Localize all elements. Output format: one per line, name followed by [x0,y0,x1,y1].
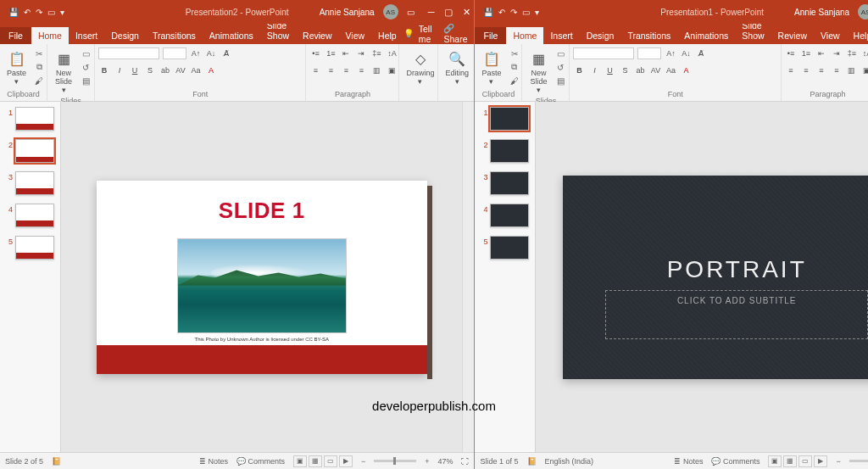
underline-button[interactable]: U [604,64,615,76]
avatar[interactable]: AS [858,4,868,20]
align-left-button[interactable]: ≡ [309,64,321,76]
tab-animations[interactable]: Animations [677,27,735,44]
paste-button[interactable]: 📋 Paste▾ [478,47,504,88]
share-button[interactable]: 🔗 Share [443,23,467,44]
comments-button[interactable]: 💬 Comments [236,457,285,466]
zoom-out-button[interactable]: − [361,457,365,466]
slide-thumbnail-3[interactable] [15,171,54,195]
tab-design[interactable]: Design [104,27,146,44]
tab-design[interactable]: Design [580,27,621,44]
undo-icon[interactable]: ↶ [24,8,31,17]
slideshow-view-button[interactable]: ▶ [339,455,353,467]
tab-home[interactable]: Home [31,27,69,44]
copy-icon[interactable]: ⧉ [509,61,520,73]
normal-view-button[interactable]: ▣ [768,455,782,467]
tab-insert[interactable]: Insert [69,27,104,44]
close-button[interactable]: ✕ [463,7,470,18]
slide-thumbnail-3[interactable] [490,171,529,195]
text-direction-button[interactable]: ↕A [861,47,868,59]
minimize-button[interactable]: ─ [428,7,435,18]
start-from-beginning-icon[interactable]: ▭ [47,8,55,17]
section-icon[interactable]: ▤ [554,75,566,87]
subtitle-placeholder[interactable]: CLICK TO ADD SUBTITLE [605,290,868,339]
indent-inc-button[interactable]: ⇥ [831,47,843,59]
slide-thumbnail-1[interactable] [490,107,529,131]
zoom-slider[interactable] [849,460,868,462]
strike-button[interactable]: S [144,64,156,76]
layout-icon[interactable]: ▭ [80,47,92,59]
slide-canvas[interactable]: SLIDE 1 This Photo by Unknown Author is … [97,181,427,374]
cut-icon[interactable]: ✂ [33,47,45,59]
editing-button[interactable]: 🔍 Editing▾ [442,47,472,88]
indent-inc-button[interactable]: ⇥ [355,47,367,59]
increase-font-icon[interactable]: A↑ [190,47,202,59]
bullets-button[interactable]: •≡ [785,47,797,59]
increase-font-icon[interactable]: A↑ [665,47,676,59]
slide-thumbnail-panel[interactable]: 12345 [0,102,61,452]
indent-dec-button[interactable]: ⇤ [340,47,352,59]
user-name[interactable]: Annie Sanjana [320,8,375,17]
paste-button[interactable]: 📋 Paste▾ [3,47,30,88]
decrease-font-icon[interactable]: A↓ [680,47,692,59]
slide-image[interactable] [177,238,347,333]
notes-button[interactable]: ≣ Notes [674,457,703,466]
restore-button[interactable]: ▢ [444,7,453,18]
comments-button[interactable]: 💬 Comments [711,457,760,466]
tab-insert[interactable]: Insert [543,27,579,44]
text-direction-button[interactable]: ↕A [386,47,398,59]
slide-thumbnail-4[interactable] [490,204,529,227]
align-left-button[interactable]: ≡ [785,64,797,76]
slide-counter[interactable]: Slide 2 of 5 [5,457,43,466]
justify-button[interactable]: ≡ [831,64,843,76]
slide-thumbnail-2[interactable] [15,139,54,163]
slide-canvas[interactable]: PORTRAIT CLICK TO ADD SUBTITLE [563,176,868,379]
columns-button[interactable]: ▥ [846,64,858,76]
tab-file[interactable]: File [0,27,31,44]
user-name[interactable]: Annie Sanjana [794,8,849,17]
slide-thumbnail-panel[interactable]: 12345 [475,102,536,452]
zoom-slider[interactable] [374,460,416,462]
font-size-combo[interactable] [637,47,661,59]
portrait-title[interactable]: PORTRAIT [563,256,868,283]
tab-file[interactable]: File [475,27,506,44]
font-family-combo[interactable] [573,47,634,59]
qat-dropdown-icon[interactable]: ▾ [60,8,64,17]
slide-title[interactable]: SLIDE 1 [97,198,427,224]
undo-icon[interactable]: ↶ [498,8,505,17]
drawing-button[interactable]: ◇ Drawing▾ [403,47,437,88]
copy-icon[interactable]: ⧉ [33,61,45,73]
sorter-view-button[interactable]: ▦ [783,455,797,467]
font-color-button[interactable]: A [680,64,692,76]
clear-format-icon[interactable]: A̸ [220,47,232,59]
start-from-beginning-icon[interactable]: ▭ [522,8,530,17]
slide-editor[interactable]: SLIDE 1 This Photo by Unknown Author is … [61,102,462,452]
justify-button[interactable]: ≡ [355,64,367,76]
slide-thumbnail-2[interactable] [490,139,529,163]
new-slide-button[interactable]: ▦ NewSlide ▾ [51,47,76,97]
reset-icon[interactable]: ↺ [554,61,566,73]
tab-home[interactable]: Home [506,27,543,44]
format-painter-icon[interactable]: 🖌 [509,75,520,87]
vertical-scrollbar[interactable] [462,102,474,452]
tab-view[interactable]: View [814,27,847,44]
avatar[interactable]: AS [383,4,398,20]
font-size-combo[interactable] [163,47,186,59]
shadow-button[interactable]: ab [159,64,171,76]
align-center-button[interactable]: ≡ [800,64,812,76]
reading-view-button[interactable]: ▭ [798,455,812,467]
notes-button[interactable]: ≣ Notes [199,457,228,466]
qat-dropdown-icon[interactable]: ▾ [535,8,539,17]
spell-check-icon[interactable]: 📔 [52,457,61,466]
bullets-button[interactable]: •≡ [309,47,321,59]
fit-to-window-button[interactable]: ⛶ [461,457,469,466]
redo-icon[interactable]: ↷ [510,8,517,17]
tab-help[interactable]: Help [847,27,868,44]
font-family-combo[interactable] [98,47,159,59]
slide-thumbnail-4[interactable] [15,204,54,227]
tab-animations[interactable]: Animations [203,27,260,44]
tab-review[interactable]: Review [771,27,814,44]
tab-transitions[interactable]: Transitions [620,27,677,44]
slide-counter[interactable]: Slide 1 of 5 [480,457,518,466]
reset-icon[interactable]: ↺ [80,61,92,73]
italic-button[interactable]: I [588,64,600,76]
